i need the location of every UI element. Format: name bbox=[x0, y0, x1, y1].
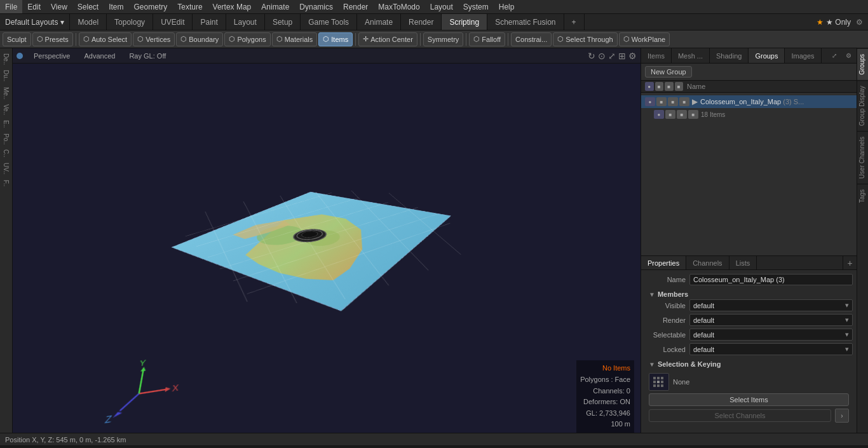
rs-tab-group-display[interactable]: Group Display bbox=[857, 80, 868, 131]
viewport-zoom-icon[interactable]: ⊙ bbox=[598, 51, 606, 61]
new-group-button[interactable]: New Group bbox=[645, 66, 692, 78]
rs-tab-tags[interactable]: Tags bbox=[857, 184, 868, 208]
tab-model[interactable]: Model bbox=[70, 14, 107, 30]
menu-render[interactable]: Render bbox=[338, 0, 373, 13]
sidebar-item-f[interactable]: F.. bbox=[1, 177, 11, 189]
menu-system[interactable]: System bbox=[458, 0, 494, 13]
props-render-dropdown[interactable]: default ▾ bbox=[689, 314, 853, 326]
panel-tab-items[interactable]: Items bbox=[641, 48, 672, 63]
tab-setup[interactable]: Setup bbox=[265, 14, 301, 30]
menu-select[interactable]: Select bbox=[72, 0, 104, 13]
sidebar-item-e[interactable]: E.. bbox=[1, 118, 11, 130]
auto-select-button[interactable]: ⬡ Auto Select bbox=[79, 32, 132, 46]
props-tab-channels[interactable]: Channels bbox=[686, 256, 729, 269]
props-selectable-dropdown[interactable]: default ▾ bbox=[689, 329, 853, 341]
sculpt-button[interactable]: Sculpt bbox=[3, 32, 31, 46]
polygons-button[interactable]: ⬡ Polygons bbox=[224, 32, 270, 46]
tab-scripting[interactable]: Scripting bbox=[442, 14, 487, 30]
tab-schematic-fusion[interactable]: Schematic Fusion bbox=[487, 14, 564, 30]
tab-animate[interactable]: Animate bbox=[357, 14, 401, 30]
props-locked-dropdown[interactable]: default ▾ bbox=[689, 343, 853, 355]
props-tab-lists[interactable]: Lists bbox=[729, 256, 757, 269]
viewport-perspective[interactable]: Perspective bbox=[29, 51, 74, 61]
menu-animate[interactable]: Animate bbox=[256, 0, 294, 13]
layout-dropdown[interactable]: Default Layouts ▾ bbox=[0, 14, 70, 30]
menu-vertex-map[interactable]: Vertex Map bbox=[208, 0, 257, 13]
channels-status: Channels: 0 bbox=[580, 386, 630, 397]
panel-tab-mesh[interactable]: Mesh ... bbox=[672, 48, 710, 63]
group-eye-icon[interactable]: ● bbox=[645, 97, 655, 106]
viewport[interactable]: Perspective Advanced Ray GL: Off ↻ ⊙ ⤢ ⊞… bbox=[13, 48, 641, 433]
tab-paint[interactable]: Paint bbox=[193, 14, 226, 30]
boundary-button[interactable]: ⬡ Boundary bbox=[176, 32, 223, 46]
menu-maxtomodo[interactable]: MaxToModo bbox=[373, 0, 424, 13]
presets-button[interactable]: ⬡ Presets bbox=[32, 32, 73, 46]
rs-tab-user-channels[interactable]: User Channels bbox=[857, 131, 868, 184]
viewport-fit-icon[interactable]: ⊞ bbox=[618, 51, 626, 61]
svg-rect-38 bbox=[661, 384, 663, 387]
menu-help[interactable]: Help bbox=[494, 0, 520, 13]
select-channels-button[interactable]: Select Channels bbox=[649, 409, 831, 422]
menu-dynamics[interactable]: Dynamics bbox=[294, 0, 338, 13]
props-name-input[interactable] bbox=[689, 274, 853, 285]
group-item[interactable]: ● ■ ■ ■ ▶ Colosseum_on_Italy_Map (3) S..… bbox=[641, 95, 857, 108]
menu-geometry[interactable]: Geometry bbox=[129, 0, 173, 13]
sidebar-item-po[interactable]: Po.. bbox=[1, 131, 11, 147]
rs-tab-groups[interactable]: Groups bbox=[857, 48, 868, 80]
menu-view[interactable]: View bbox=[46, 0, 72, 13]
sub-group-render-icon[interactable]: ■ bbox=[665, 110, 675, 119]
select-through-button[interactable]: ⬡ Select Through bbox=[553, 32, 617, 46]
select-items-button[interactable]: Select Items bbox=[649, 393, 849, 406]
tab-topology[interactable]: Topology bbox=[107, 14, 153, 30]
group-lock-icon[interactable]: ■ bbox=[668, 97, 678, 106]
panel-tab-shading[interactable]: Shading bbox=[710, 48, 749, 63]
keying-next-arrow[interactable]: › bbox=[835, 409, 849, 423]
tab-layout[interactable]: Layout bbox=[226, 14, 265, 30]
sub-group-eye-icon[interactable]: ● bbox=[654, 110, 664, 119]
viewport-canvas[interactable]: X Y Z No Items Polygons : Face Channels:… bbox=[13, 64, 641, 433]
panel-settings-icon[interactable]: ⚙ bbox=[843, 50, 854, 62]
items-button[interactable]: ⬡ Items bbox=[318, 32, 353, 46]
sidebar-item-de[interactable]: De.. bbox=[1, 51, 11, 67]
sidebar-item-c[interactable]: C.. bbox=[1, 147, 11, 160]
workplane-button[interactable]: ⬡ WorkPlane bbox=[619, 32, 670, 46]
sub-group-vis-icon[interactable]: ■ bbox=[688, 110, 698, 119]
sidebar-item-uv[interactable]: UV.. bbox=[1, 160, 11, 177]
constrain-button[interactable]: Constrai... bbox=[511, 32, 552, 46]
tab-add-layout[interactable]: + bbox=[564, 14, 585, 30]
materials-button[interactable]: ⬡ Materials bbox=[272, 32, 318, 46]
properties-panel: Properties Channels Lists + Name ▼ Membe… bbox=[641, 255, 857, 433]
sidebar-item-du[interactable]: Du.. bbox=[1, 67, 11, 84]
viewport-rotate-icon[interactable]: ↻ bbox=[588, 51, 595, 61]
symmetry-button[interactable]: Symmetry bbox=[423, 32, 464, 46]
svg-rect-34 bbox=[657, 381, 660, 383]
viewport-ray-gl[interactable]: Ray GL: Off bbox=[125, 51, 170, 61]
menu-texture[interactable]: Texture bbox=[172, 0, 207, 13]
menu-layout[interactable]: Layout bbox=[425, 0, 458, 13]
viewport-more-icon[interactable]: ⚙ bbox=[628, 51, 637, 61]
panel-tab-groups[interactable]: Groups bbox=[749, 48, 785, 63]
menu-edit[interactable]: Edit bbox=[22, 0, 46, 13]
group-folder-icon: ▶ bbox=[692, 97, 698, 106]
group-sub-item[interactable]: ● ■ ■ ■ 18 Items bbox=[641, 108, 857, 121]
action-center-button[interactable]: ✛ Action Center bbox=[358, 32, 417, 46]
panel-tab-images[interactable]: Images bbox=[785, 48, 821, 63]
menu-file[interactable]: File bbox=[0, 0, 22, 13]
viewport-advanced[interactable]: Advanced bbox=[79, 51, 119, 61]
sidebar-item-me[interactable]: Me.. bbox=[1, 85, 11, 102]
group-render-icon[interactable]: ■ bbox=[656, 97, 667, 106]
props-tab-properties[interactable]: Properties bbox=[641, 256, 686, 269]
tab-uvedit[interactable]: UVEdit bbox=[153, 14, 193, 30]
falloff-button[interactable]: ⬡ Falloff bbox=[469, 32, 505, 46]
sidebar-item-ve[interactable]: Ve.. bbox=[1, 102, 11, 118]
props-visible-dropdown[interactable]: default ▾ bbox=[689, 299, 853, 311]
props-add-button[interactable]: + bbox=[843, 256, 857, 269]
tab-game-tools[interactable]: Game Tools bbox=[301, 14, 357, 30]
vertices-button[interactable]: ⬡ Vertices bbox=[133, 32, 175, 46]
menu-item[interactable]: Item bbox=[104, 0, 128, 13]
panel-expand-icon[interactable]: ⤢ bbox=[829, 50, 840, 62]
group-vis-icon[interactable]: ■ bbox=[679, 97, 689, 106]
viewport-pan-icon[interactable]: ⤢ bbox=[608, 51, 616, 61]
sub-group-lock-icon[interactable]: ■ bbox=[677, 110, 687, 119]
tab-render[interactable]: Render bbox=[401, 14, 442, 30]
